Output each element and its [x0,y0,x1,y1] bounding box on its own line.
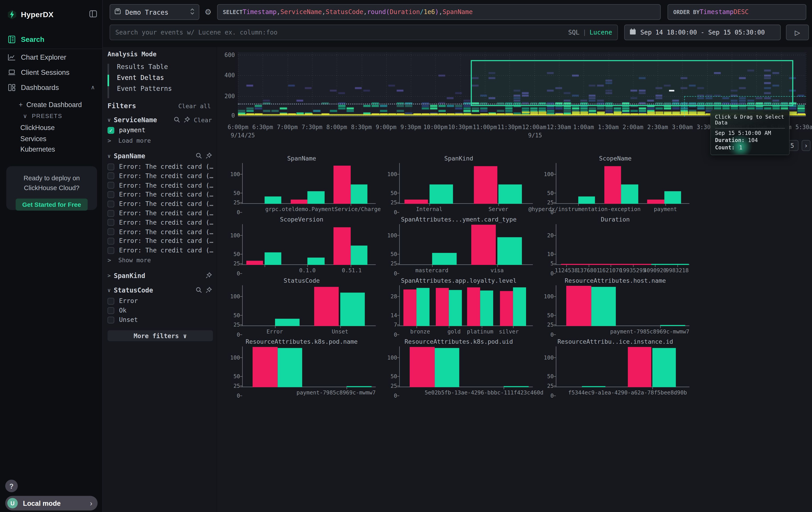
filter-option-payment[interactable]: ✓ payment [108,127,145,134]
presets-toggle[interactable]: ∨PRESETS [23,113,62,120]
bar-inlier[interactable] [350,185,367,204]
chart-plot[interactable]: 10050250f5344ec9-a1ea-4290-a62a-78f5bee8… [556,346,686,387]
chart-plot[interactable]: 2010501124538137680116210701993529540909… [556,224,686,265]
checkbox-icon[interactable] [108,298,115,304]
bar-outlier[interactable] [471,225,496,265]
sidebar-item-services[interactable]: Services [21,135,47,143]
bar-inlier[interactable] [591,287,616,326]
analysis-mode-results-table[interactable]: Results Table [117,63,168,71]
checkbox-checked-icon[interactable]: ✓ [108,127,115,134]
bar-inlier[interactable] [664,191,681,204]
sidebar-collapse-icon[interactable] [89,9,97,20]
sql-select-input[interactable]: SELECT Timestamp, ServiceName, StatusCod… [217,4,661,20]
filter-option[interactable]: Error: The credit card (… [108,182,213,189]
bar-inlier[interactable] [278,348,302,387]
run-query-button[interactable]: ▷ [786,25,809,40]
help-button[interactable]: ? [5,480,18,492]
filter-section-spanname[interactable]: ∨ SpanName [108,151,212,161]
bar-inlier[interactable] [503,386,528,387]
analysis-mode-event-patterns[interactable]: Event Patterns [117,85,172,92]
bar-inlier[interactable] [347,386,371,387]
pin-icon[interactable] [206,286,212,295]
show-more-button[interactable]: > Show more [108,257,151,264]
bar-inlier[interactable] [582,386,605,387]
lucene-search-input[interactable]: Search your events w/ Lucene ex. column:… [110,25,618,40]
checkbox-icon[interactable] [108,182,115,189]
filter-option[interactable]: Error: The credit card (… [108,191,213,198]
bar-inlier[interactable] [308,191,324,204]
checkbox-icon[interactable] [108,191,115,198]
load-more-button[interactable]: > Load more [108,137,151,144]
lang-sql[interactable]: SQL [568,29,579,36]
filter-option[interactable]: Unset [108,316,138,323]
pin-icon[interactable] [206,151,212,161]
checkbox-icon[interactable] [108,228,115,235]
bar-inlier[interactable] [449,290,462,326]
chart-plot[interactable]: 10050250payment-7985c8969c-mwmw7 [242,346,373,387]
chart-plot[interactable]: 10050250ErrorUnset [242,286,373,326]
pagination-next-button[interactable]: › [802,140,810,151]
bar-outlier[interactable] [473,166,497,204]
date-range-picker[interactable]: Sep 14 18:00:00 - Sep 15 05:30:00 [624,25,781,40]
bar-inlier[interactable] [578,196,595,204]
sidebar-item-client-sessions[interactable]: Client Sessions [0,66,102,78]
bar-inlier[interactable] [513,287,526,326]
filter-option[interactable]: Error: The credit card (… [108,238,213,245]
filter-option[interactable]: Error [108,297,138,305]
checkbox-icon[interactable] [108,238,115,245]
bar-outlier[interactable] [334,227,350,265]
bar-outlier[interactable] [467,287,480,326]
bar-outlier[interactable] [628,347,651,387]
query-language-toggle[interactable]: SQL|Lucene [568,29,612,36]
bar-inlier[interactable] [480,291,493,326]
source-select[interactable]: Demo Traces [110,4,199,20]
sidebar-item-clickhouse[interactable]: ClickHouse [21,124,55,132]
bar-inlier[interactable] [275,319,299,326]
bar-outlier[interactable] [647,200,664,204]
bar-inlier[interactable] [340,293,365,326]
bar-inlier[interactable] [498,185,522,204]
bar-inlier[interactable] [497,237,522,265]
pin-icon[interactable] [184,115,190,125]
create-dashboard-button[interactable]: +Create Dashboard [19,101,82,109]
bar-inlier[interactable] [264,252,281,265]
chart-plot[interactable]: 10050250@hyperdx/instrumentation-excepti… [556,163,686,204]
bar-outlier[interactable] [253,347,277,387]
bar-inlier[interactable] [308,258,324,265]
chart-plot[interactable]: 10050250grpc.oteldemo.PaymentService/Cha… [242,163,373,204]
bar-inlier[interactable] [660,325,685,326]
sidebar-item-search[interactable]: Search [0,33,102,45]
bar-outlier[interactable] [290,200,307,204]
bar-inlier[interactable] [434,348,459,387]
lang-lucene[interactable]: Lucene [589,29,612,36]
search-icon[interactable] [196,286,202,295]
search-icon[interactable] [174,115,180,125]
search-icon[interactable] [196,151,202,161]
filter-section-servicename[interactable]: ∨ ServiceName Clear [108,115,212,125]
bar-inlier[interactable] [350,246,367,265]
bar-inlier[interactable] [264,196,281,204]
get-started-button[interactable]: Get Started for Free [16,198,88,211]
checkbox-icon[interactable] [108,200,115,208]
bar-outlier[interactable] [566,286,591,326]
order-by-input[interactable]: ORDER BY Timestamp DESC [667,4,806,20]
filter-option[interactable]: Ok [108,307,127,314]
chart-plot[interactable]: 281470bronzegoldplatinumsilver [399,286,530,326]
duration-heatmap[interactable] [238,52,806,117]
chart-plot[interactable]: 100502505e02b5fb-13ae-4296-bbbc-111f423c… [399,346,530,387]
checkbox-icon[interactable] [108,172,115,180]
sidebar-item-chart-explorer[interactable]: Chart Explorer [0,51,102,63]
filter-section-statuscode[interactable]: ∨ StatusCode [108,286,212,295]
bar-outlier[interactable] [246,261,263,265]
bar-outlier[interactable] [410,347,434,387]
checkbox-icon[interactable] [108,163,115,170]
heatmap-selection-box[interactable] [471,60,793,106]
filter-option[interactable]: Error: The credit card (… [108,228,213,236]
gear-icon[interactable]: ⚙ [205,7,212,17]
chart-plot[interactable]: 10050250payment-7985c8969c-mwmw7 [556,286,686,326]
filter-option[interactable]: Error: The credit card (… [108,210,213,217]
filter-section-spankind[interactable]: > SpanKind [108,271,212,281]
chart-plot[interactable]: 10050250InternalServer [399,163,530,204]
bar-outlier[interactable] [314,287,339,326]
sidebar-item-kubernetes[interactable]: Kubernetes [21,145,55,153]
